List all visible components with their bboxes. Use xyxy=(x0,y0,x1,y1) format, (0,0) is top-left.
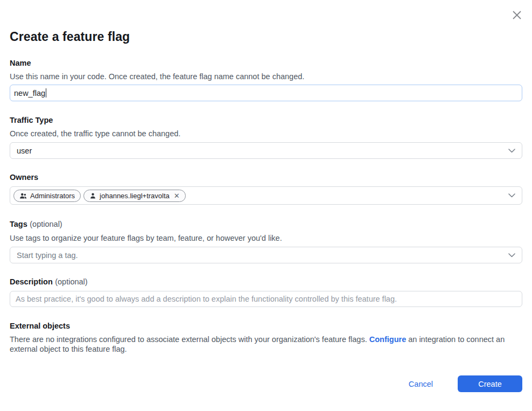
create-button[interactable]: Create xyxy=(458,375,522,392)
description-placeholder: As best practice, it's good to always ad… xyxy=(16,295,397,303)
description-input[interactable]: As best practice, it's good to always ad… xyxy=(10,291,522,307)
tags-placeholder: Start typing a tag. xyxy=(17,251,508,260)
external-objects-text: There are no integrations configured to … xyxy=(10,335,522,354)
cancel-button[interactable]: Cancel xyxy=(409,380,433,388)
external-objects-text-before: There are no integrations configured to … xyxy=(10,335,369,344)
tags-select[interactable]: Start typing a tag. xyxy=(10,247,522,263)
create-feature-flag-modal: Create a feature flag Name Use this name… xyxy=(0,30,532,392)
owners-label: Owners xyxy=(10,172,522,182)
tags-optional-label: (optional) xyxy=(30,220,62,228)
chevron-down-icon xyxy=(508,149,515,153)
modal-footer: Cancel Create xyxy=(10,375,522,392)
person-icon xyxy=(89,192,96,199)
traffic-type-select[interactable]: user xyxy=(10,142,522,159)
traffic-type-label: Traffic Type xyxy=(10,115,522,125)
owner-chip[interactable]: johannes.liegl+travolta✕ xyxy=(83,190,186,202)
owner-chip[interactable]: Administrators xyxy=(13,190,81,202)
remove-chip-icon[interactable]: ✕ xyxy=(174,192,180,199)
name-label: Name xyxy=(10,58,522,68)
close-x-glyph xyxy=(511,9,523,21)
tags-helper-text: Use tags to organize your feature flags … xyxy=(10,233,522,243)
traffic-type-value: user xyxy=(17,147,508,155)
close-icon[interactable] xyxy=(510,9,523,22)
owners-select[interactable]: Administratorsjohannes.liegl+travolta✕ xyxy=(10,186,522,205)
description-optional-label: (optional) xyxy=(55,277,87,286)
owner-chip-label: Administrators xyxy=(30,192,75,200)
tags-label: Tags xyxy=(10,220,27,228)
page-title: Create a feature flag xyxy=(10,30,522,44)
text-caret xyxy=(46,88,46,97)
chevron-down-icon xyxy=(508,253,515,257)
external-objects-label: External objects xyxy=(10,321,522,331)
group-icon xyxy=(19,192,27,199)
configure-link[interactable]: Configure xyxy=(369,335,406,344)
owner-chip-label: johannes.liegl+travolta xyxy=(100,192,170,200)
name-helper-text: Use this name in your code. Once created… xyxy=(10,72,522,82)
traffic-type-helper-text: Once created, the traffic type cannot be… xyxy=(10,129,522,139)
description-label: Description xyxy=(10,277,53,286)
owners-chip-list: Administratorsjohannes.liegl+travolta✕ xyxy=(13,190,508,202)
name-input-value: new_flag xyxy=(14,89,45,97)
chevron-down-icon xyxy=(508,193,515,198)
name-input[interactable]: new_flag xyxy=(10,85,522,101)
